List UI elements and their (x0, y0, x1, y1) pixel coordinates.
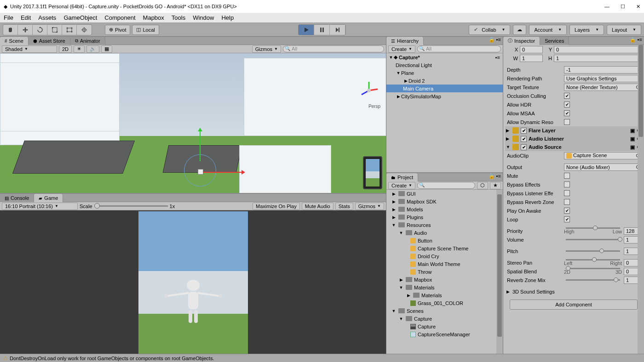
maximize-on-play[interactable]: Maximize On Play (253, 203, 300, 210)
tab-services[interactable]: Services (540, 37, 569, 45)
proj-asset[interactable]: Throw (386, 268, 503, 276)
proj-folder[interactable]: ▶Models (386, 205, 503, 213)
menu-edit[interactable]: Edit (21, 14, 31, 21)
layers-dropdown[interactable]: Layers (569, 25, 604, 35)
tab-project[interactable]: 🖿Project (386, 173, 418, 181)
tree-row-selected[interactable]: Main Camera (386, 85, 503, 92)
project-filter-icon[interactable]: ⬡ (477, 182, 488, 189)
inspector-scrollbar[interactable] (638, 45, 644, 354)
pitch-slider[interactable] (566, 250, 620, 252)
fx-toggle[interactable]: ▦ (101, 45, 112, 53)
tab-animator[interactable]: ⧉Animator (70, 37, 105, 45)
priority-slider[interactable] (566, 227, 620, 229)
move-tool-icon[interactable] (18, 25, 33, 35)
viewport-x-field[interactable] (520, 46, 543, 53)
hierarchy-lock-icon[interactable]: 🔒 ▪≡ (487, 37, 503, 45)
pivot-toggle[interactable]: ⊕Pivot (105, 25, 130, 35)
proj-asset[interactable]: Grass_001_COLOR (386, 299, 503, 307)
menu-mapbox[interactable]: Mapbox (143, 14, 164, 21)
tree-row[interactable]: Directional Light (386, 61, 503, 69)
tab-hierarchy[interactable]: ☰Hierarchy (386, 37, 424, 45)
proj-folder[interactable]: ▶GUI (386, 190, 503, 198)
proj-folder[interactable]: ▼Scenes (386, 307, 503, 315)
proj-script[interactable]: CaptureSceneManager (386, 330, 503, 338)
project-save-filter-icon[interactable]: ★ (490, 182, 501, 189)
reverb-mix-slider[interactable] (566, 279, 620, 281)
audio-source-header[interactable]: ▼✔Audio Source▣⚙ (505, 143, 642, 151)
close-icon[interactable]: ✕ (636, 4, 640, 10)
proj-scene[interactable]: Capture (386, 322, 503, 330)
viewport-h-field[interactable] (554, 55, 642, 62)
proj-asset[interactable]: Button (386, 237, 503, 244)
tab-asset-store[interactable]: ⬢Asset Store (29, 37, 70, 45)
viewport-w-field[interactable] (520, 55, 543, 62)
tree-row[interactable]: ▶Droid 2 (386, 77, 503, 85)
target-texture-field[interactable]: None (Render Texture)⊙ (564, 84, 642, 91)
dynres-checkbox[interactable] (564, 119, 570, 125)
occlusion-checkbox[interactable]: ✔ (564, 93, 570, 99)
2d-toggle[interactable]: 2D (59, 45, 72, 53)
proj-folder[interactable]: ▶Mapbox SDK (386, 198, 503, 205)
proj-folder[interactable]: ▶Plugins (386, 213, 503, 221)
bypass-reverb-checkbox[interactable] (564, 199, 570, 205)
loop-checkbox[interactable]: ✔ (564, 216, 570, 222)
hierarchy-create[interactable]: Create (388, 45, 415, 53)
proj-folder[interactable]: ▶Materials (386, 291, 503, 299)
listener-enable[interactable]: ✔ (521, 136, 527, 142)
spatial-blend-slider[interactable] (566, 268, 620, 269)
step-button[interactable] (330, 25, 345, 35)
rendering-path-select[interactable]: Use Graphics Settings♦ (564, 75, 642, 82)
collab-dropdown[interactable]: ✔Collab (469, 25, 510, 35)
transform-tool-icon[interactable] (77, 25, 92, 35)
project-lock-icon[interactable]: 🔒 ▪≡ (487, 173, 503, 181)
minimize-icon[interactable]: — (604, 4, 610, 10)
hdr-checkbox[interactable]: ✔ (564, 102, 570, 107)
proj-folder[interactable]: ▼Capture (386, 315, 503, 322)
proj-folder[interactable]: ▼Resources (386, 221, 503, 229)
proj-folder[interactable]: ▼Audio (386, 229, 503, 237)
gizmos-dropdown[interactable]: Gizmos (252, 45, 281, 53)
mute-audio[interactable]: Mute Audio (302, 203, 334, 210)
bypass-fx-checkbox[interactable] (564, 181, 570, 187)
depth-field[interactable] (564, 66, 642, 74)
help-icon[interactable]: ▣ (630, 136, 635, 142)
play-button[interactable] (299, 25, 314, 35)
menu-window[interactable]: Window (193, 14, 214, 21)
stats-button[interactable]: Stats (335, 203, 353, 210)
account-dropdown[interactable]: Account (529, 25, 567, 35)
flare-layer-header[interactable]: ▶✔Flare Layer▣⚙ (505, 126, 642, 135)
maximize-icon[interactable]: ☐ (621, 4, 625, 10)
scene-search[interactable]: All (283, 45, 384, 52)
audio-listener-header[interactable]: ▶✔Audio Listener▣⚙ (505, 135, 642, 143)
menu-assets[interactable]: Assets (38, 14, 56, 21)
lighting-toggle[interactable]: ☀ (74, 45, 85, 53)
tree-row[interactable]: ▼◆ Capture*▪≡ (386, 53, 503, 61)
play-on-awake-checkbox[interactable]: ✔ (564, 208, 570, 214)
mute-checkbox[interactable] (564, 173, 570, 179)
help-icon[interactable]: ▣ (630, 144, 635, 150)
layout-dropdown[interactable]: Layout (607, 25, 641, 35)
scale-slider[interactable] (94, 205, 168, 207)
tab-inspector[interactable]: ⓘInspector (503, 37, 540, 45)
game-gizmos[interactable]: Gizmos (355, 203, 384, 210)
tab-scene[interactable]: #Scene (0, 37, 29, 45)
volume-slider[interactable] (566, 239, 620, 240)
scale-tool-icon[interactable] (47, 25, 62, 35)
proj-folder[interactable]: ▶Mapbox (386, 276, 503, 283)
project-search[interactable] (417, 182, 475, 189)
proj-asset[interactable]: Droid Cry (386, 252, 503, 260)
rotate-tool-icon[interactable] (33, 25, 47, 35)
scrollbar[interactable] (496, 190, 503, 354)
stereo-pan-slider[interactable] (566, 259, 620, 260)
3d-sound-settings[interactable]: ▶3D Sound Settings (505, 287, 642, 296)
output-field[interactable]: None (Audio Mixer)⊙ (564, 164, 642, 171)
menu-tools[interactable]: Tools (172, 14, 185, 21)
msaa-checkbox[interactable]: ✔ (564, 110, 570, 116)
hand-tool-icon[interactable] (3, 25, 18, 35)
menu-component[interactable]: Component (104, 14, 135, 21)
tree-row[interactable]: ▶CitySimulatorMap (386, 92, 503, 100)
hierarchy-search[interactable]: All (417, 45, 501, 52)
menu-file[interactable]: File (4, 14, 13, 21)
audio-toggle[interactable]: 🔊 (86, 45, 99, 53)
tree-row[interactable]: ▼Plane (386, 69, 503, 77)
